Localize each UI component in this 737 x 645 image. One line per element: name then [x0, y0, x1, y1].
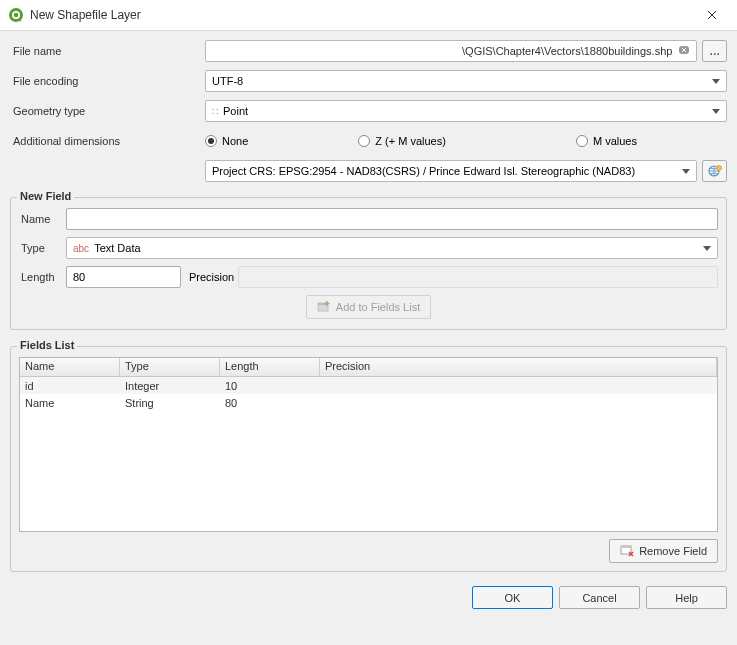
fields-list-title: Fields List — [17, 339, 77, 351]
globe-icon — [707, 163, 723, 179]
geometry-type-dropdown[interactable]: ∷ Point — [205, 100, 727, 122]
field-type-dropdown[interactable]: abc Text Data — [66, 237, 718, 259]
app-logo-icon — [8, 7, 24, 23]
crs-dropdown[interactable]: Project CRS: EPSG:2954 - NAD83(CSRS) / P… — [205, 160, 697, 182]
remove-field-icon — [620, 543, 634, 559]
file-name-input[interactable]: \QGIS\Chapter4\Vectors\1880buildings.shp — [205, 40, 697, 62]
svg-point-1 — [14, 13, 19, 18]
column-header-type[interactable]: Type — [120, 358, 220, 376]
dialog-button-bar: OK Cancel Help — [0, 580, 737, 619]
window-title: New Shapefile Layer — [30, 8, 692, 22]
additional-dimensions-label: Additional dimensions — [10, 135, 205, 147]
browse-button[interactable]: … — [702, 40, 727, 62]
svg-point-4 — [716, 166, 721, 171]
add-to-fields-label: Add to Fields List — [336, 301, 420, 313]
add-field-icon — [317, 300, 331, 314]
field-type-label: Type — [19, 242, 66, 254]
radio-none-label: None — [222, 135, 248, 147]
radio-icon — [358, 135, 370, 147]
column-header-name[interactable]: Name — [20, 358, 120, 376]
title-bar: New Shapefile Layer — [0, 0, 737, 31]
radio-icon — [205, 135, 217, 147]
radio-icon — [576, 135, 588, 147]
radio-none[interactable]: None — [205, 135, 248, 147]
geometry-type-value: Point — [223, 105, 248, 117]
help-button[interactable]: Help — [646, 586, 727, 609]
field-length-input[interactable] — [66, 266, 181, 288]
column-header-precision[interactable]: Precision — [320, 358, 717, 376]
field-length-label: Length — [19, 271, 66, 283]
dialog-content: File name \QGIS\Chapter4\Vectors\1880bui… — [0, 31, 737, 580]
fields-table-header: Name Type Length Precision — [20, 358, 717, 377]
fields-table[interactable]: Name Type Length Precision id Integer 10… — [19, 357, 718, 532]
file-name-value: \QGIS\Chapter4\Vectors\1880buildings.shp — [462, 45, 672, 57]
file-name-label: File name — [10, 45, 205, 57]
file-encoding-value: UTF-8 — [212, 75, 243, 87]
field-precision-input — [238, 266, 718, 288]
remove-field-button[interactable]: Remove Field — [609, 539, 718, 563]
table-row[interactable]: id Integer 10 — [20, 377, 717, 394]
crs-selector-button[interactable] — [702, 160, 727, 182]
field-name-label: Name — [19, 213, 66, 225]
point-icon: ∷ — [212, 106, 218, 117]
table-row[interactable]: Name String 80 — [20, 394, 717, 411]
dimensions-radio-group: None Z (+ M values) M values — [205, 135, 727, 147]
cancel-button[interactable]: Cancel — [559, 586, 640, 609]
field-name-input[interactable] — [66, 208, 718, 230]
radio-z[interactable]: Z (+ M values) — [358, 135, 446, 147]
new-field-group: New Field Name Type abc Text Data Length… — [10, 197, 727, 330]
field-precision-label: Precision — [181, 271, 238, 283]
add-to-fields-button: Add to Fields List — [306, 295, 431, 319]
crs-value: Project CRS: EPSG:2954 - NAD83(CSRS) / P… — [212, 165, 635, 177]
close-icon — [707, 10, 717, 20]
svg-rect-8 — [621, 546, 631, 548]
radio-z-label: Z (+ M values) — [375, 135, 446, 147]
clear-path-icon[interactable] — [678, 44, 690, 58]
field-type-value: Text Data — [94, 242, 140, 254]
file-encoding-dropdown[interactable]: UTF-8 — [205, 70, 727, 92]
new-field-title: New Field — [17, 190, 74, 202]
radio-m-label: M values — [593, 135, 637, 147]
column-header-length[interactable]: Length — [220, 358, 320, 376]
fields-list-group: Fields List Name Type Length Precision i… — [10, 346, 727, 572]
window-close-button[interactable] — [692, 1, 732, 29]
radio-m[interactable]: M values — [576, 135, 637, 147]
geometry-type-label: Geometry type — [10, 105, 205, 117]
ok-button[interactable]: OK — [472, 586, 553, 609]
text-data-icon: abc — [73, 243, 89, 254]
file-encoding-label: File encoding — [10, 75, 205, 87]
remove-field-label: Remove Field — [639, 545, 707, 557]
